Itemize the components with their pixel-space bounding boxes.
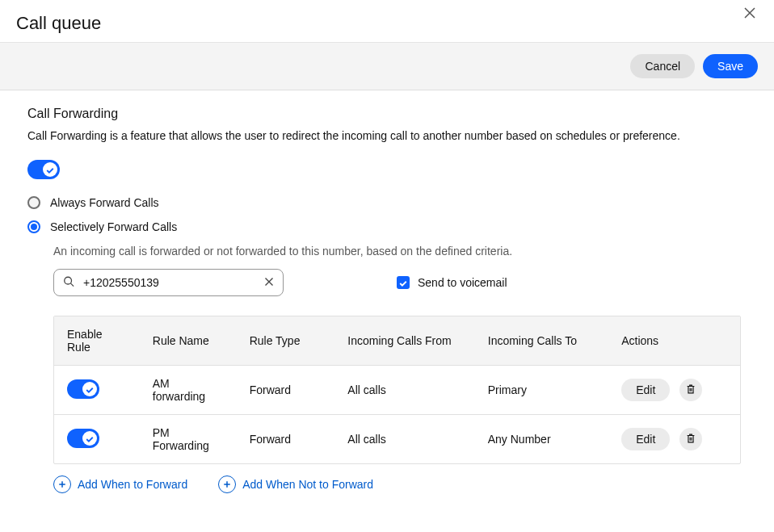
col-enable: Enable Rule [54, 316, 140, 366]
plus-icon [218, 475, 236, 493]
radio-always-forward[interactable] [27, 196, 40, 209]
trash-icon [685, 383, 696, 397]
phone-search-input[interactable] [53, 269, 284, 296]
close-icon [743, 9, 756, 22]
rule-enable-toggle[interactable] [67, 429, 99, 448]
phone-search-wrap [53, 269, 284, 296]
col-from: Incoming Calls From [334, 316, 474, 366]
radio-selective-forward[interactable] [27, 220, 40, 233]
check-icon [85, 434, 95, 446]
col-actions: Actions [608, 316, 740, 366]
search-icon [63, 276, 74, 290]
add-when-not-to-forward-label: Add When Not to Forward [242, 478, 373, 491]
rule-from: All calls [334, 415, 474, 463]
add-when-to-forward-label: Add When to Forward [78, 478, 187, 491]
voicemail-label: Send to voicemail [418, 276, 507, 289]
delete-rule-button[interactable] [679, 379, 702, 401]
dialog-title: Call queue [16, 13, 101, 34]
edit-rule-button[interactable]: Edit [621, 379, 670, 401]
table-row: PM Forwarding Forward All calls Any Numb… [54, 415, 740, 463]
col-type: Rule Type [237, 316, 335, 366]
col-to: Incoming Calls To [475, 316, 608, 366]
rule-from: All calls [334, 366, 474, 415]
check-icon [85, 384, 95, 397]
rule-name: PM Forwarding [140, 415, 237, 463]
rule-type: Forward [237, 415, 335, 463]
svg-point-0 [65, 277, 72, 284]
rule-enable-toggle[interactable] [67, 379, 99, 399]
plus-icon [53, 475, 71, 493]
forward-mode-group: Always Forward Calls Selectively Forward… [27, 196, 747, 233]
delete-rule-button[interactable] [679, 428, 702, 450]
edit-rule-button[interactable]: Edit [621, 428, 670, 450]
rule-to: Any Number [475, 415, 608, 463]
table-row: AM forwarding Forward All calls Primary … [54, 366, 740, 415]
close-button[interactable] [743, 6, 756, 22]
add-when-to-forward-link[interactable]: Add When to Forward [53, 475, 187, 493]
section-description: Call Forwarding is a feature that allows… [27, 129, 747, 142]
trash-icon [685, 433, 696, 446]
radio-always-label[interactable]: Always Forward Calls [50, 196, 159, 209]
close-icon [264, 276, 274, 289]
rules-table: Enable Rule Rule Name Rule Type Incoming… [53, 316, 741, 464]
col-name: Rule Name [140, 316, 237, 366]
check-icon [398, 278, 408, 291]
rule-name: AM forwarding [140, 366, 237, 415]
call-forwarding-toggle[interactable] [27, 160, 60, 179]
toolbar: Cancel Save [0, 43, 774, 90]
selective-description: An incoming call is forwarded or not for… [53, 245, 747, 258]
cancel-button[interactable]: Cancel [630, 54, 695, 78]
rule-type: Forward [237, 366, 335, 415]
clear-search-button[interactable] [264, 276, 274, 289]
voicemail-checkbox[interactable] [397, 276, 410, 289]
add-when-not-to-forward-link[interactable]: Add When Not to Forward [218, 475, 373, 493]
save-button[interactable]: Save [703, 54, 758, 78]
section-title: Call Forwarding [27, 107, 747, 121]
rule-to: Primary [475, 366, 608, 415]
check-icon [45, 165, 55, 178]
radio-selective-label[interactable]: Selectively Forward Calls [50, 220, 177, 233]
